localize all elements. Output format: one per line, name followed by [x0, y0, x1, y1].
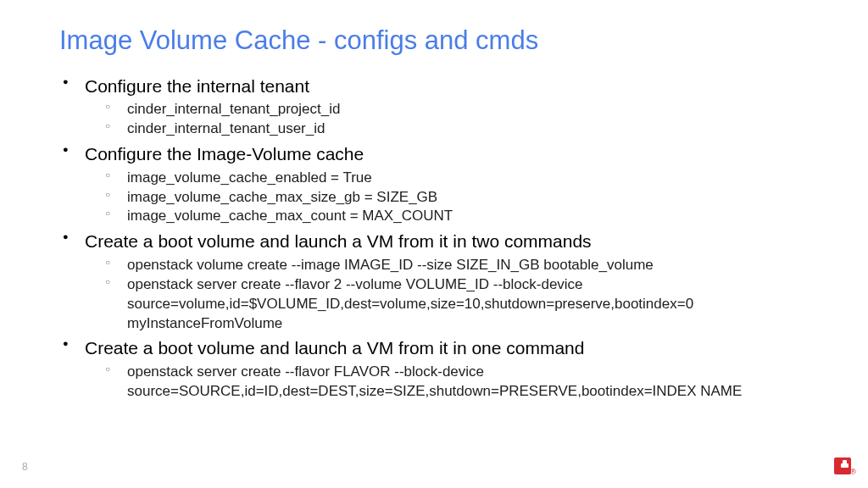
- sub-item: image_volume_cache_enabled = True: [127, 169, 809, 188]
- item-label: Create a boot volume and launch a VM fro…: [85, 230, 809, 253]
- sub-item: openstack server create --flavor FLAVOR …: [127, 363, 809, 402]
- page-number: 8: [22, 461, 28, 473]
- item-label: Configure the Image-Volume cache: [85, 142, 809, 166]
- sub-item: openstack volume create --image IMAGE_ID…: [127, 256, 809, 275]
- slide-title: Image Volume Cache - configs and cmds: [59, 25, 809, 56]
- sub-item: image_volume_cache_max_count = MAX_COUNT: [127, 207, 809, 226]
- sub-item: cinder_internal_tenant_user_id: [127, 119, 809, 139]
- item-label: Configure the internal tenant: [85, 75, 809, 98]
- sub-item: cinder_internal_tenant_project_id: [127, 100, 809, 119]
- list-item: Configure the Image-Volume cache image_v…: [85, 142, 809, 226]
- list-item: Configure the internal tenant cinder_int…: [85, 75, 809, 139]
- main-bullet-list: Configure the internal tenant cinder_int…: [59, 75, 809, 402]
- sub-list: openstack server create --flavor FLAVOR …: [85, 363, 809, 402]
- sub-list: openstack volume create --image IMAGE_ID…: [85, 256, 809, 334]
- list-item: Create a boot volume and launch a VM fro…: [85, 336, 809, 401]
- sub-list: cinder_internal_tenant_project_id cinder…: [85, 100, 809, 139]
- list-item: Create a boot volume and launch a VM fro…: [85, 230, 809, 333]
- sub-item: image_volume_cache_max_size_gb = SIZE_GB: [127, 188, 809, 208]
- sub-list: image_volume_cache_enabled = True image_…: [85, 169, 809, 227]
- item-label: Create a boot volume and launch a VM fro…: [85, 336, 809, 360]
- sub-item: openstack server create --flavor 2 --vol…: [127, 275, 809, 334]
- logo-icon: ®: [834, 458, 853, 476]
